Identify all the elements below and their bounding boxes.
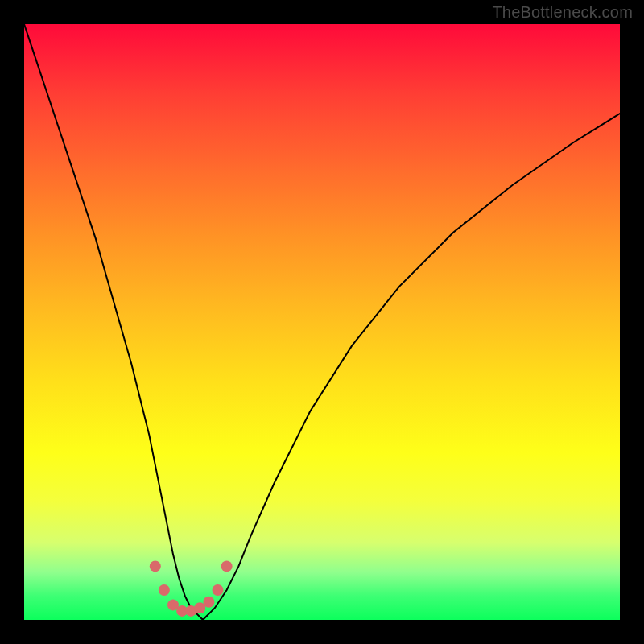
trough-marker <box>221 560 233 572</box>
plot-area <box>24 24 620 620</box>
watermark-text: TheBottleneck.com <box>492 3 633 22</box>
trough-marker <box>159 584 170 596</box>
curve-svg <box>24 24 620 620</box>
trough-marker <box>150 560 161 572</box>
trough-marker <box>203 597 214 608</box>
chart-frame: TheBottleneck.com <box>0 0 644 644</box>
trough-markers <box>150 560 233 617</box>
trough-marker <box>213 584 224 596</box>
bottleneck-curve <box>24 24 620 620</box>
